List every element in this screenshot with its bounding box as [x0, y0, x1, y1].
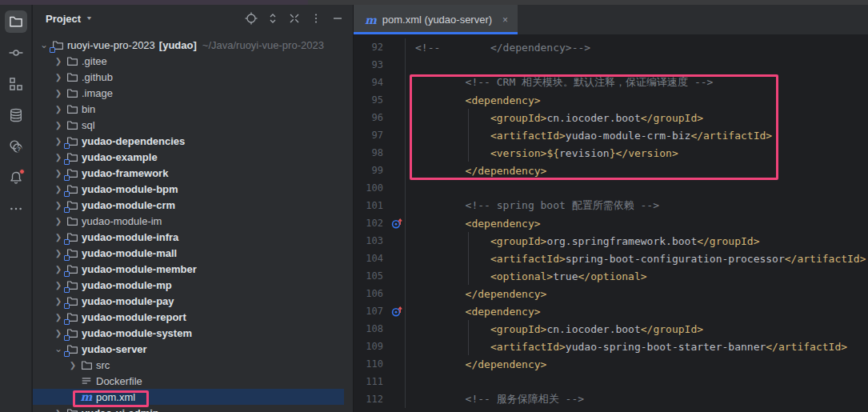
dependency-update-icon[interactable]	[390, 305, 403, 318]
tree-row-yudao-module-bpm[interactable]: ❯yudao-module-bpm	[33, 181, 353, 197]
code-line-110[interactable]: 110 </dependency>	[354, 355, 868, 373]
code-line-98[interactable]: 98 <version>${revision}</version>	[354, 144, 868, 162]
code-token: revision	[559, 147, 610, 159]
tree-row-src[interactable]: ❯src	[33, 357, 353, 373]
chevron-right-icon[interactable]: ❯	[52, 153, 65, 162]
code-line-100[interactable]: 100	[354, 179, 868, 197]
chevron-right-icon[interactable]: ❯	[52, 313, 65, 322]
code-line-106[interactable]: 106 </dependency>	[354, 285, 868, 302]
line-number: 106	[354, 288, 383, 299]
tree-item-label: yudao-module-crm	[82, 199, 175, 211]
tool-window-notifications-button[interactable]	[5, 166, 27, 189]
tree-row-yudao-module-system[interactable]: ❯yudao-module-system	[33, 325, 353, 341]
tool-window-commit-button[interactable]	[5, 42, 27, 64]
chevron-right-icon[interactable]: ❯	[52, 233, 65, 242]
chevron-right-icon[interactable]: ❯	[52, 409, 65, 412]
tree-row-ruoyi-vue-pro-2023[interactable]: ⌄ruoyi-vue-pro-2023[yudao]~/Java/ruoyi-v…	[33, 37, 353, 53]
tool-window-structure-button[interactable]	[5, 73, 27, 95]
code-line-108[interactable]: 108 <groupId>cn.iocoder.boot</groupId>	[354, 320, 868, 338]
code-line-92[interactable]: 92<!-- </dependency>-->	[354, 38, 868, 56]
tool-window-project-button[interactable]	[5, 10, 27, 33]
tree-item-label: yudao-module-mp	[82, 279, 172, 291]
tree-row-bin[interactable]: ❯bin	[33, 101, 353, 117]
code-line-93[interactable]: 93	[354, 56, 868, 74]
tree-row-dockerfile[interactable]: Dockerfile	[33, 373, 353, 389]
chevron-right-icon[interactable]: ❯	[52, 57, 65, 66]
code-line-94[interactable]: 94 <!-- CRM 相关模块。默认注释，保证编译速度 -->	[354, 74, 868, 91]
chevron-right-icon[interactable]: ❯	[52, 105, 65, 114]
activity-bar: ?	[0, 5, 32, 412]
code-token: <!-- </dependency>-->	[415, 42, 590, 54]
module-badge-icon	[64, 255, 70, 261]
tool-window-help-button[interactable]: ?	[5, 135, 27, 158]
folder-icon	[65, 214, 79, 227]
hide-icon[interactable]	[330, 11, 345, 26]
tree-row-yudao-ui-admin[interactable]: ❯yudao-ui-admin	[33, 405, 353, 412]
tree-row-pom-xml[interactable]: mpom.xml	[33, 389, 344, 405]
code-line-text: <artifactId>yudao-spring-boot-starter-ba…	[406, 341, 847, 353]
code-line-107[interactable]: 107 <dependency>	[354, 302, 868, 320]
code-line-104[interactable]: 104 <artifactId>spring-boot-configuratio…	[354, 250, 868, 267]
code-line-99[interactable]: 99 </dependency>	[354, 162, 868, 179]
locate-icon[interactable]	[244, 11, 258, 26]
tree-row-yudao-dependencies[interactable]: ❯yudao-dependencies	[33, 133, 353, 149]
tree-row-yudao-module-pay[interactable]: ❯yudao-module-pay	[33, 293, 353, 309]
code-line-96[interactable]: 96 <groupId>cn.iocoder.boot</groupId>	[354, 109, 868, 126]
tool-window-more-button[interactable]	[5, 198, 27, 220]
chevron-right-icon[interactable]: ❯	[52, 89, 65, 98]
chevron-down-icon[interactable]: ⌄	[38, 39, 50, 50]
chevron-right-icon[interactable]: ❯	[52, 297, 65, 306]
tree-row--github[interactable]: ❯.github	[33, 69, 353, 85]
tree-row--image[interactable]: ❯.image	[33, 85, 353, 101]
code-line-101[interactable]: 101 <!-- spring boot 配置所需依赖 -->	[354, 197, 868, 214]
more-options-icon[interactable]	[309, 11, 323, 26]
tree-row-yudao-module-mp[interactable]: ❯yudao-module-mp	[33, 277, 353, 293]
close-icon[interactable]: ×	[502, 14, 508, 26]
editor-tab-pom-xml[interactable]: m pom.xml (yudao-server) ×	[354, 5, 518, 34]
tree-row-yudao-module-crm[interactable]: ❯yudao-module-crm	[33, 197, 353, 213]
code-line-95[interactable]: 95 <dependency>	[354, 91, 868, 109]
tree-row-sql[interactable]: ❯sql	[33, 117, 353, 133]
chevron-down-icon[interactable]: ⌄	[52, 343, 65, 354]
chevron-right-icon[interactable]: ❯	[52, 265, 65, 274]
code-line-111[interactable]: 111	[354, 373, 868, 390]
tree-row-yudao-module-infra[interactable]: ❯yudao-module-infra	[33, 229, 353, 245]
tree-item-label: yudao-module-report	[82, 311, 186, 323]
code-line-109[interactable]: 109 <artifactId>yudao-spring-boot-starte…	[354, 338, 868, 355]
collapse-all-icon[interactable]	[287, 11, 302, 26]
tree-row-yudao-module-im[interactable]: ❯yudao-module-im	[33, 213, 353, 229]
chevron-right-icon[interactable]: ❯	[66, 361, 79, 370]
code-line-112[interactable]: 112 <!-- 服务保障相关 -->	[354, 390, 868, 408]
project-panel-title[interactable]: Project	[46, 13, 81, 25]
chevron-right-icon[interactable]: ❯	[52, 121, 65, 130]
expand-collapse-icon[interactable]	[266, 11, 280, 26]
tree-row-yudao-module-mall[interactable]: ❯yudao-module-mall	[33, 245, 353, 261]
tool-window-database-button[interactable]	[5, 104, 27, 126]
code-line-102[interactable]: 102 <dependency>	[354, 214, 868, 232]
chevron-right-icon[interactable]: ❯	[52, 73, 65, 82]
chevron-right-icon[interactable]: ❯	[52, 185, 65, 194]
code-line-105[interactable]: 105 <optional>true</optional>	[354, 267, 868, 285]
chevron-right-icon[interactable]: ❯	[52, 249, 65, 258]
tree-row-yudao-framework[interactable]: ❯yudao-framework	[33, 165, 353, 181]
tree-row-yudao-server[interactable]: ⌄yudao-server	[33, 341, 353, 357]
code-editor[interactable]: 92<!-- </dependency>-->9394 <!-- CRM 相关模…	[354, 34, 868, 412]
tree-row-yudao-module-report[interactable]: ❯yudao-module-report	[33, 309, 353, 325]
gutter-cell: 95	[354, 91, 406, 109]
chevron-right-icon[interactable]: ❯	[52, 217, 65, 226]
chevron-right-icon[interactable]: ❯	[52, 169, 65, 178]
tree-row-yudao-module-member[interactable]: ❯yudao-module-member	[33, 261, 353, 277]
chevron-right-icon[interactable]: ❯	[52, 281, 65, 290]
tree-row-yudao-example[interactable]: ❯yudao-example	[33, 149, 353, 165]
code-line-97[interactable]: 97 <artifactId>yudao-module-crm-biz</art…	[354, 126, 868, 144]
chevron-right-icon[interactable]: ❯	[52, 329, 65, 338]
line-number: 98	[354, 147, 383, 158]
chevron-right-icon[interactable]: ❯	[52, 201, 65, 210]
code-token: <!-- spring boot 配置所需依赖 -->	[415, 199, 659, 211]
dependency-update-icon[interactable]	[390, 217, 403, 230]
code-line-text: </dependency>	[406, 358, 546, 370]
module-folder-icon	[65, 326, 79, 339]
tree-row--gitee[interactable]: ❯.gitee	[33, 53, 353, 69]
chevron-right-icon[interactable]: ❯	[52, 137, 65, 146]
code-line-103[interactable]: 103 <groupId>org.springframework.boot</g…	[354, 232, 868, 250]
